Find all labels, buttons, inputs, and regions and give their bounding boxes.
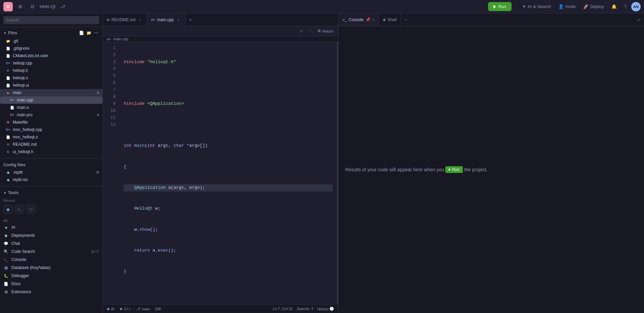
file-item[interactable]: 📄 helloqt.o — [0, 74, 103, 82]
files-header[interactable]: ▼ Files 📄 📁 ⋯ — [0, 29, 103, 37]
search-icon: 🔍 — [3, 249, 9, 254]
tool-chat[interactable]: 💬 Chat — [3, 239, 99, 248]
tools-header[interactable]: ▼ Tools — [0, 189, 103, 196]
expand-right-panel-button[interactable]: ⤢ — [634, 13, 644, 26]
console-tool-icon[interactable]: □ — [26, 205, 36, 214]
tab-shell[interactable]: ◈ Shell — [379, 13, 401, 26]
file-item[interactable]: 📄 main.o — [0, 104, 103, 111]
chevron-down-icon: ▼ — [3, 31, 7, 35]
tab-close-main-cpp[interactable]: × — [175, 17, 181, 23]
run-inline-button[interactable]: Run — [445, 166, 463, 173]
line-numbers: 1 2 3 4 5 6 7 8 9 10 11 12 — [103, 42, 120, 304]
file-item[interactable]: C+ main.cpp — [0, 96, 103, 104]
history-icon: 🕐 — [329, 307, 334, 311]
editor-area: M README.md × C+ main.cpp × + ⤢ ⋯ ⌘ Retu… — [103, 13, 338, 313]
tool-console[interactable]: >_ Console — [3, 256, 99, 264]
file-item[interactable]: ◉ replit.nix — [0, 176, 103, 183]
tool-ai[interactable]: ◈ AI — [3, 223, 99, 231]
status-bar: ◈ AI ⊕ C++ ⎇ main Diff Ln 7, Col 32 Spac… — [103, 304, 338, 313]
branch-icon: ⎇ — [136, 307, 140, 311]
right-panel: >_ Console 📌 × ◈ Shell + ⤢ Results of yo… — [338, 13, 644, 313]
tab-readme[interactable]: M README.md × — [103, 13, 147, 26]
topbar-left: R ⊞ ⊟ Hello Qt ⎇ — [3, 2, 68, 11]
file-item[interactable]: 📄 helloqt.ui — [0, 82, 103, 89]
file-item[interactable]: C+ main.pro A — [0, 111, 103, 119]
grid-icon[interactable]: ⊞ — [15, 2, 25, 11]
tools-section: ▼ Tools Recent ◈ >_ □ All ◈ AI ◉ — [0, 188, 103, 299]
ai-tool-icon[interactable]: ◈ — [3, 205, 13, 214]
tab-close-console[interactable]: × — [372, 18, 374, 22]
file-icon: 📄 — [5, 53, 11, 58]
file-item[interactable]: 📄 CMakeLists.txt.user — [0, 52, 103, 59]
bell-icon[interactable]: 🔔 — [609, 3, 619, 10]
status-history[interactable]: History 🕐 — [317, 307, 334, 311]
topbar-right: ✦ AI & Search 👤 Invite 🚀 Deploy 🔔 ? AN — [520, 2, 641, 11]
file-item[interactable]: C+ moc_helloqt.cpp — [0, 126, 103, 133]
fork-icon[interactable]: ⎇ — [58, 2, 68, 11]
deploy-button[interactable]: 🚀 Deploy — [580, 3, 606, 10]
file-item[interactable]: ◉ .replit M — [0, 169, 103, 176]
status-bar-right: Ln 7, Col 32 Spaces: 4 History 🕐 — [273, 307, 334, 311]
file-item[interactable]: 📄 moc_helloqt.o — [0, 133, 103, 141]
code-content[interactable]: #include "helloqt.h" #include <QApplicat… — [120, 42, 337, 304]
more-icon[interactable]: ⋯ — [93, 30, 99, 36]
file-item[interactable]: C helloqt.h — [0, 67, 103, 74]
ai-search-button[interactable]: ✦ AI & Search — [520, 3, 554, 10]
status-diff[interactable]: Diff — [155, 307, 161, 311]
config-files-header[interactable]: Config files — [0, 161, 103, 169]
file-icon: 📄 — [9, 105, 15, 110]
person-add-icon: 👤 — [558, 4, 564, 9]
tool-deployments[interactable]: ◉ Deployments — [3, 231, 99, 239]
file-item[interactable]: ▸ main A — [0, 89, 103, 96]
code-area[interactable]: 1 2 3 4 5 6 7 8 9 10 11 12 #include "hel… — [103, 42, 338, 304]
file-item[interactable]: C+ helloqt.cpp — [0, 59, 103, 67]
ai-status-icon: ◈ — [107, 307, 110, 311]
tab-console[interactable]: >_ Console 📌 × — [338, 13, 379, 26]
tool-extensions[interactable]: ⊞ Extensions — [3, 288, 99, 296]
tab-close-readme[interactable]: × — [137, 17, 143, 23]
tool-debugger[interactable]: 🐛 Debugger — [3, 272, 99, 280]
code-line-1: #include "helloqt.h" — [124, 59, 333, 66]
shell-tool-icon[interactable]: >_ — [15, 205, 24, 214]
cpp-icon: C+ — [5, 60, 11, 66]
file-item[interactable]: M README.md — [0, 141, 103, 148]
search-container — [0, 13, 103, 27]
extensions-icon: ⊞ — [3, 289, 9, 295]
recent-label: Recent — [3, 198, 99, 203]
file-item[interactable]: M Makefile — [0, 119, 103, 126]
tool-code-search[interactable]: 🔍 Code Search ⌘⇧F — [3, 248, 99, 256]
more-editor-button[interactable]: ⋯ — [306, 28, 314, 34]
tool-database[interactable]: ▦ Database (Key/Value) — [3, 264, 99, 272]
recent-tools-row: ◈ >_ □ — [3, 203, 99, 215]
chevron-down-icon: ▼ — [3, 191, 7, 195]
status-ai[interactable]: ◈ AI — [107, 307, 114, 311]
new-file-icon[interactable]: 📄 — [78, 30, 84, 36]
expand-editor-button[interactable]: ⤢ — [298, 28, 305, 34]
new-folder-icon[interactable]: 📁 — [86, 30, 92, 36]
status-lang: ⊕ C++ — [120, 307, 131, 311]
invite-button[interactable]: 👤 Invite — [556, 3, 578, 10]
tool-docs[interactable]: 📄 Docs — [3, 280, 99, 288]
code-line-6: { — [124, 164, 333, 171]
run-button[interactable]: Run — [488, 2, 512, 11]
console-pin-icon[interactable]: 📌 — [366, 17, 370, 22]
code-line-5: int main(int argc, char *argv[]) — [124, 142, 333, 149]
search-input[interactable] — [3, 16, 99, 24]
console-content: Results of your code will appear here wh… — [338, 26, 644, 313]
file-item[interactable]: C ui_helloqt.h — [0, 148, 103, 155]
deploy-icon: ◉ — [3, 233, 9, 238]
status-branch: ⎇ main — [136, 307, 150, 311]
recent-section: Recent ◈ >_ □ — [0, 196, 103, 217]
help-icon[interactable]: ? — [621, 3, 629, 10]
puzzle-icon[interactable]: ⊟ — [28, 2, 37, 11]
file-item[interactable]: 📄 .gitignore — [0, 45, 103, 52]
tab-add-button[interactable]: + — [185, 13, 195, 26]
avatar[interactable]: AN — [631, 2, 641, 11]
file-item[interactable]: 📁 .git — [0, 37, 103, 45]
right-tab-add-button[interactable]: + — [401, 13, 411, 26]
tab-main-cpp[interactable]: C+ main.cpp × — [147, 13, 185, 26]
return-button[interactable]: ⌘ Return — [315, 28, 335, 34]
app-name: Hello Qt — [40, 4, 55, 9]
debugger-icon: 🐛 — [3, 273, 9, 278]
code-line-10: return a.exec(); — [124, 247, 333, 254]
